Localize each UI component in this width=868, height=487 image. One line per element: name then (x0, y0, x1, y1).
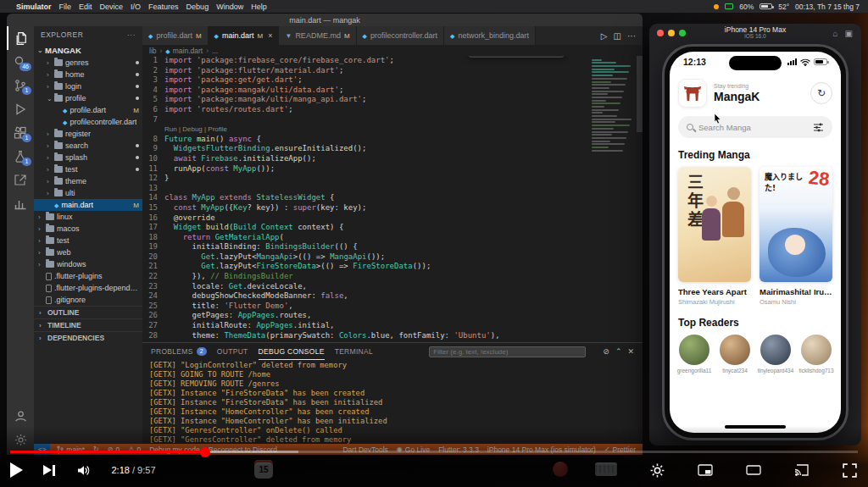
console-line[interactable]: [GETX] "LoginController" deleted from me… (149, 361, 643, 370)
reader-ticklishdog713[interactable]: ticklishdog713 (800, 335, 832, 374)
split-editor-icon[interactable]: ◫ (614, 31, 621, 41)
tree-item-flutter-plugins-depende[interactable]: .flutter-plugins-depende... (34, 282, 142, 294)
breadcrumb-item[interactable]: ... (212, 47, 218, 55)
tree-item-main-dart[interactable]: ◆main.dartM (34, 199, 142, 211)
tree-item-flutter-plugins[interactable]: .flutter-plugins (34, 270, 142, 282)
editor-scrollbar[interactable] (637, 56, 643, 132)
references-icon[interactable] (7, 169, 34, 192)
menubar-temp[interactable]: 52° (778, 3, 789, 11)
breadcrumb[interactable]: lib›◆main.dart›... (142, 45, 643, 56)
tree-item-home[interactable]: ›home (34, 69, 142, 80)
explorer-more-icon[interactable]: ··· (127, 30, 136, 39)
maximize-panel-icon[interactable]: ⌃ (615, 347, 622, 356)
sidebar-section-outline[interactable]: ›OUTLINE (34, 306, 142, 318)
close-panel-icon[interactable]: ✕ (627, 347, 634, 356)
console-line[interactable]: [GETX] Instance "HomeController" has bee… (149, 417, 643, 426)
play-button[interactable] (10, 462, 23, 478)
console-line[interactable]: [GETX] Instance "FireStoreData" has been… (149, 398, 643, 407)
codelens[interactable]: Run | Debug | Profile (142, 125, 643, 135)
console-line[interactable]: [GETX] Instance "FireStoreData" has been… (149, 389, 643, 398)
flutter-charts-icon[interactable] (7, 192, 34, 216)
screen-mirroring-icon[interactable] (725, 3, 733, 9)
tree-item-genres[interactable]: ›genres (34, 57, 142, 69)
next-button[interactable] (43, 465, 55, 476)
menubar-clock[interactable]: 00:13, Th 7 15 thg 7 (795, 3, 860, 11)
tree-item-splash[interactable]: ›splash (34, 152, 142, 163)
menubar-menu-debug[interactable]: Debug (186, 3, 209, 11)
tree-item-search[interactable]: ›search (34, 140, 142, 152)
tree-item-login[interactable]: ›login (34, 80, 142, 92)
search-bar[interactable]: Search Manga (678, 116, 832, 138)
vscode-titlebar[interactable]: main.dart — mangak (7, 14, 643, 26)
sidebar-section-dependencies[interactable]: ›DEPENDENCIES (34, 331, 142, 344)
menubar-menu-edit[interactable]: Edit (79, 3, 92, 11)
volume-icon[interactable] (75, 463, 92, 478)
menubar-menu-features[interactable]: Features (148, 3, 179, 11)
tree-item-profile[interactable]: ⌄profile (34, 92, 142, 104)
minimap[interactable] (590, 58, 634, 152)
tab-profilecontroller-dart[interactable]: ◆profilecontroller.dart (357, 26, 444, 45)
menubar-menu-help[interactable]: Help (251, 3, 267, 11)
manga-cover[interactable]: 魔入りました!28 (760, 167, 832, 282)
tree-item-profile-dart[interactable]: ◆profile.dartM (34, 104, 142, 116)
console-line[interactable]: [GETX] GOING TO ROUTE /home (149, 370, 643, 379)
manga-card-mairimashita-iruma-ku[interactable]: 魔入りました!28Mairimashita! Iruma-kuOsamu Nis… (760, 167, 832, 306)
tab-main-dart[interactable]: ◆main.dartM× (209, 26, 280, 45)
tree-item-windows[interactable]: ›windows (34, 258, 142, 270)
reader-tinyleopard434[interactable]: tinyleopard434 (760, 335, 792, 374)
reader-greengorilla11[interactable]: greengorilla11 (678, 335, 710, 374)
tree-item-macos[interactable]: ›macos (34, 223, 142, 235)
close-icon[interactable]: × (268, 31, 272, 40)
panel-tab-debug-console[interactable]: DEBUG CONSOLE (259, 343, 325, 360)
breadcrumb-item[interactable]: ◆main.dart (165, 47, 203, 55)
tree-item-test[interactable]: ›test (34, 235, 142, 246)
tree-item-ulti[interactable]: ›ulti (34, 187, 142, 199)
tree-item-profilecontroller-dart[interactable]: ◆profilecontroller.dart (34, 116, 142, 128)
fullscreen-icon[interactable] (842, 462, 858, 479)
cast-icon[interactable] (793, 462, 810, 478)
menubar-menu-window[interactable]: Window (216, 3, 243, 11)
panel-tab-problems[interactable]: PROBLEMS2 (151, 343, 207, 360)
tree-item-linux[interactable]: ›linux (34, 211, 142, 223)
menubar-menu-i-o[interactable]: I/O (131, 3, 141, 11)
avatar[interactable] (760, 335, 791, 365)
testing-icon[interactable]: 1 (7, 145, 34, 169)
tree-item-web[interactable]: ›web (34, 246, 142, 258)
run-debug-icon[interactable] (7, 97, 34, 121)
breadcrumb-item[interactable]: lib (149, 47, 157, 55)
manga-card-three-years-apart[interactable]: 三年差Three Years ApartShimazaki Mujirushi (678, 167, 751, 306)
menubar-menu-file[interactable]: File (59, 3, 72, 11)
avatar[interactable] (679, 335, 709, 365)
source-control-icon[interactable]: 1 (7, 74, 34, 97)
manga-cover[interactable]: 三年差 (678, 167, 751, 282)
refresh-button[interactable]: ↻ (810, 82, 832, 104)
editor-more-icon[interactable]: ··· (627, 31, 636, 41)
sidebar-section-timeline[interactable]: ›TIMELINE (34, 318, 142, 331)
avatar[interactable] (720, 335, 750, 365)
tab-profile-dart[interactable]: ◆profile.dartM (142, 26, 209, 45)
code-editor[interactable]: 1import 'package:firebase_core/firebase_… (142, 56, 643, 342)
home-icon[interactable]: ⌂ (833, 29, 838, 38)
explorer-icon[interactable] (7, 26, 34, 50)
settings-icon[interactable] (649, 462, 665, 479)
console-filter-input[interactable] (429, 346, 586, 357)
tree-item-test[interactable]: ›test (34, 163, 142, 175)
screenshot-icon[interactable]: ▣ (845, 29, 853, 38)
filter-icon[interactable] (813, 123, 824, 132)
menubar-menu-device[interactable]: Device (100, 3, 124, 11)
menubar-app-name[interactable]: Simulator (16, 3, 52, 11)
console-line[interactable]: [GETX] REMOVING ROUTE /genres (149, 379, 643, 389)
theater-icon[interactable] (745, 462, 762, 478)
miniplayer-icon[interactable] (697, 462, 714, 478)
tree-item-theme[interactable]: ›theme (34, 175, 142, 187)
panel-tab-output[interactable]: OUTPUT (217, 343, 248, 360)
panel-tab-terminal[interactable]: TERMINAL (335, 343, 373, 360)
run-file-icon[interactable]: ▷ (601, 31, 608, 41)
tree-item-gitignore[interactable]: .gitignore (34, 294, 142, 306)
clear-console-icon[interactable]: ⊘ (603, 347, 609, 356)
tab-readme-md[interactable]: ▼README.mdM (279, 26, 356, 45)
account-icon[interactable] (7, 404, 34, 428)
simulator-titlebar[interactable]: iPhone 14 Pro Max iOS 16.0 ⌂ ▣ (649, 24, 861, 42)
extensions-icon[interactable]: 1 (7, 121, 34, 145)
console-line[interactable]: [GETX] Instance "HomeController" has bee… (149, 407, 643, 417)
